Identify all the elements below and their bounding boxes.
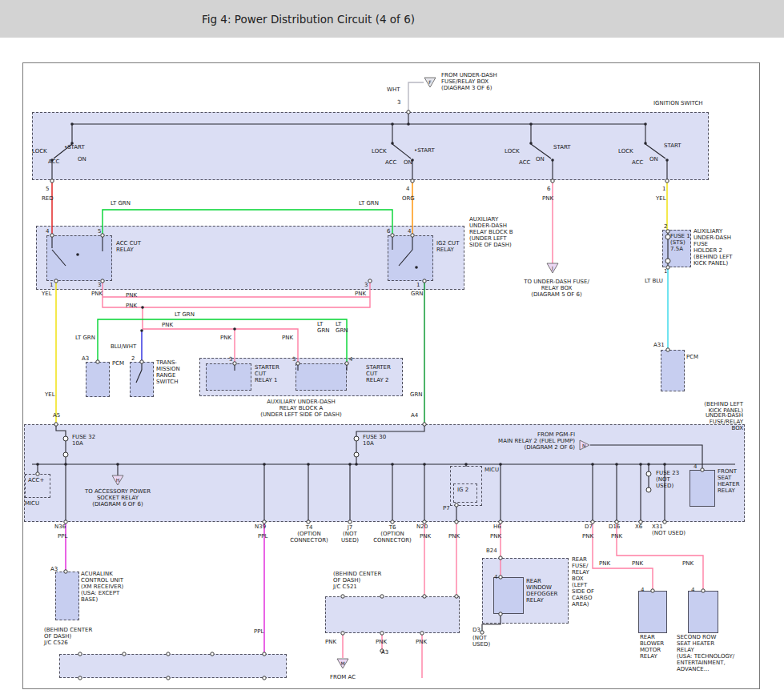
fuse1-pin-1: 1 (664, 269, 667, 275)
ig2-pin-6: 6 (387, 229, 390, 235)
sw3-start: START (553, 145, 571, 151)
pin-t6: T6 (OPTION CONNECTOR) (373, 525, 412, 544)
wire-pnk-jc1-label: PNK (325, 640, 336, 646)
rear-blower-relay-label: REAR BLOWER MOTOR RELAY (640, 635, 664, 660)
fuse32-label: FUSE 32 10A (72, 435, 95, 447)
pcm-a3-label: PCM (112, 361, 124, 367)
acc-pin-4: 4 (46, 229, 49, 235)
figure-title-bar: Fig 4: Power Distribution Circuit (4 of … (0, 0, 784, 38)
aux-fuse-holder-label: AUXILIARY UNDER-DASH FUSE HOLDER 2 (BEHI… (694, 229, 733, 267)
wire-pnk-mid1-label: PNK (126, 293, 137, 299)
pin-x31: X31 (NOT USED) (652, 524, 685, 537)
ig2-pin-1: 1 (416, 283, 420, 289)
sr1-pin-3: 3 (229, 357, 232, 363)
relay-block-a-label: AUXILIARY UNDER-DASH RELAY BLOCK A (UNDE… (260, 399, 342, 419)
jc-c526-label: (BEHIND CENTER OF DASH) J/C C526 (44, 628, 92, 647)
fuse1-label: FUSE 1 (STS) 7.5A (670, 234, 690, 253)
sw1-acc: ACC (48, 159, 59, 166)
sw2-on: ON (404, 160, 412, 166)
pin-j7: J7 (NOT USED) (341, 525, 359, 544)
fuse30-label: FUSE 30 10A (363, 435, 386, 447)
pin-h6: H6 (493, 524, 501, 531)
sr2-pin-3: 3 (292, 357, 296, 363)
sw1-on: ON (78, 157, 86, 163)
acc-plus-micu-label: MICU (25, 501, 39, 507)
wire-ltgrn-b-label: LT GRN (359, 201, 379, 207)
pin-t4: T4 (OPTION CONNECTOR) (290, 525, 328, 544)
wire-ppl-n36-label: PPL (58, 534, 67, 540)
power-distribution-diagram-page: FJNHM IGNITION SWITCHFROM UNDER-DASH FUS… (0, 0, 784, 690)
pcm-a31-pin: A31 (653, 343, 665, 349)
sw4-acc: ACC (632, 160, 643, 166)
trans-pin-2: 2 (131, 356, 135, 363)
sw4-start: START (664, 143, 681, 150)
second-row-pin-4: 4 (691, 588, 694, 594)
wire-ltgrn-f-label: LT GRN (336, 322, 348, 335)
pcm-a31-label: PCM (686, 355, 698, 361)
pin-b24: B24 (486, 548, 497, 555)
wire-pnk-sr2-label: PNK (282, 335, 293, 342)
sw2-acc: ACC (385, 160, 396, 166)
figure-title: Fig 4: Power Distribution Circuit (4 of … (202, 13, 415, 26)
wire-pnk-n20-label: PNK (420, 534, 431, 540)
wire-wht-label: WHT (387, 87, 400, 94)
acuralink-label: ACURALINK CONTROL UNIT (XM RECEIVER) (US… (81, 572, 123, 604)
ign-pin-1: 1 (662, 187, 665, 193)
ign-pin-6: 6 (547, 187, 550, 193)
ign-pin-5: 5 (46, 187, 49, 193)
d3-note: (NOT USED) (472, 636, 490, 648)
wire-pnk-d7-label: PNK (582, 534, 593, 540)
pgmfi-note: FROM PGM-FI MAIN RELAY 2 (FUEL PUMP) (DI… (498, 432, 575, 451)
wire-ltgrn-d-label: LT GRN (175, 312, 195, 319)
sw3-lock: LOCK (505, 149, 520, 155)
wire-ppl-n39-label: PPL (258, 534, 267, 540)
wire-pnk-ign-label: PNK (542, 196, 553, 203)
wire-org-label: ORG (402, 196, 415, 203)
wire-pnk-ig2-label: PNK (355, 291, 366, 298)
ign-pin-3: 3 (397, 100, 400, 106)
acc-pin-5: 5 (98, 229, 101, 235)
labels-layer: IGNITION SWITCHFROM UNDER-DASH FUSE/RELA… (0, 0, 784, 690)
underdash-box-title: UNDER-DASH FUSE/RELAY BOX (702, 413, 743, 432)
acc-plus-label: ACC+ (28, 478, 44, 484)
fuse1-pin-2: 2 (664, 224, 667, 231)
blower-pin-4: 4 (641, 588, 644, 594)
pin-a3-bottom: A3 (381, 650, 388, 656)
pin-p7: P7 (443, 506, 450, 512)
rear-defogger-relay-label: REAR WINDOW DEFOGGER RELAY (526, 579, 557, 604)
ignition-switch-label: IGNITION SWITCH (653, 101, 703, 107)
pin-a5: A5 (53, 413, 60, 419)
ig2-pin-3: 3 (364, 283, 368, 289)
wire-ltgrn-c-label: LT GRN (75, 335, 95, 342)
wire-red-label: RED (42, 196, 54, 203)
jc-c521-label: (BEHIND CENTER OF DASH) J/C C521 (333, 572, 381, 591)
acc-cut-relay-label: ACC CUT RELAY (116, 241, 141, 254)
wire-pnk-r1-label: PNK (599, 561, 610, 568)
wire-grn-a4-label: GRN (410, 392, 423, 399)
fuse23-label: FUSE 23 (NOT USED) (656, 471, 679, 490)
wire-pnk-r2-label: PNK (632, 561, 643, 568)
wire-ltgrn-a-label: LT GRN (111, 201, 131, 207)
wire-ppl-jc-label: PPL (254, 629, 263, 636)
wire-grn-ig2-label: GRN (411, 291, 424, 298)
front-seat-relay-label: FRONT SEAT HEATER RELAY (718, 469, 740, 495)
acuralink-pin-a3: A3 (50, 567, 58, 573)
acc-pin-3: 3 (98, 283, 101, 289)
wire-pnk-h6-label: PNK (490, 534, 501, 540)
from-ac-note: FROM AC (330, 675, 356, 681)
front-seat-pin-4: 4 (694, 464, 697, 471)
pin-n20: N20 (416, 524, 428, 531)
pin-a4: A4 (411, 413, 418, 419)
pin-n39: N39 (255, 524, 266, 531)
sw4-on: ON (649, 157, 658, 163)
pin-n36: N36 (54, 524, 66, 531)
wire-bluwht-label: BLU/WHT (111, 344, 136, 351)
rear-fuse-relay-box-label: REAR FUSE/ RELAY BOX (LEFT SIDE OF CARGO… (572, 557, 594, 608)
wire-yel-acc-label: YEL (42, 291, 52, 298)
sw1-start: •START (64, 145, 85, 151)
wire-pnk-jc2-label: PNK (376, 640, 387, 646)
wire-pnk-d16-label: PNK (611, 534, 622, 540)
trans-range-label: TRANS- MISSION RANGE SWITCH (156, 360, 180, 386)
wire-pnk-mid3-label: PNK (162, 323, 173, 329)
defogger-pin-4: 4 (494, 575, 497, 581)
